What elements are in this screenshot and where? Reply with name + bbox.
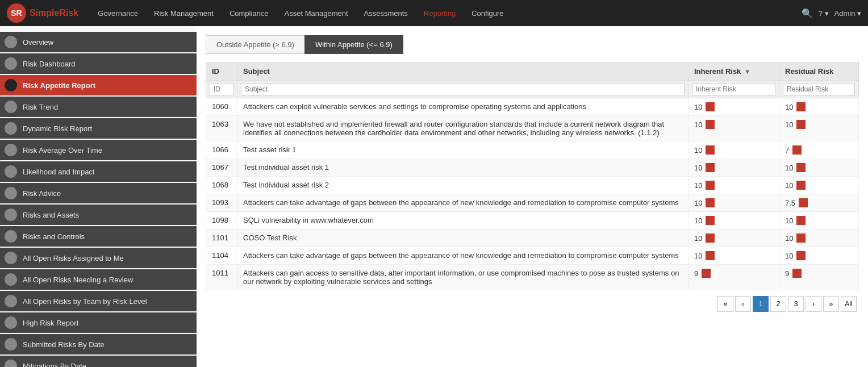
sidebar-bullet <box>5 165 17 178</box>
sidebar-bullet <box>5 122 17 135</box>
inherent-score-indicator <box>706 163 715 172</box>
cell-residual: 10 <box>779 116 859 141</box>
cell-id: 1066 <box>206 141 237 159</box>
nav-item-asset-management[interactable]: Asset Management <box>277 0 356 26</box>
help-icon[interactable]: ? ▾ <box>819 9 829 18</box>
sidebar-item-label: Risk Appetite Report <box>23 81 190 90</box>
sidebar-item-label: Dynamic Risk Report <box>23 124 190 133</box>
pagination-prev[interactable]: ‹ <box>735 296 751 312</box>
nav-right: 🔍 ? ▾ Admin ▾ <box>802 8 861 19</box>
residual-score-indicator <box>796 181 806 190</box>
sidebar-item-label: All Open Risks by Team by Risk Level <box>23 297 190 306</box>
pagination-all[interactable]: All <box>841 296 857 312</box>
nav-item-risk-management[interactable]: Risk Management <box>146 0 222 26</box>
nav-item-configure[interactable]: Configure <box>464 0 511 26</box>
pagination-next[interactable]: › <box>806 296 821 312</box>
sidebar-item-overview[interactable]: Overview <box>0 32 197 52</box>
cell-inherent: 10 <box>688 177 779 194</box>
cell-subject: Test individual asset risk 2 <box>237 177 688 194</box>
sidebar-item-risk-appetite-report[interactable]: Risk Appetite Report <box>0 75 197 95</box>
filter-subject-input[interactable] <box>241 83 685 95</box>
sidebar-item-risk-dashboard[interactable]: Risk Dashboard <box>0 53 197 74</box>
cell-id: 1011 <box>206 265 237 290</box>
residual-score-indicator <box>796 251 806 260</box>
sidebar-item-risks-and-controls[interactable]: Risks and Controls <box>0 226 197 247</box>
cell-inherent: 10 <box>688 98 779 116</box>
cell-subject: Attackers can take advantage of gaps bet… <box>237 247 688 265</box>
cell-id: 1098 <box>206 212 237 230</box>
sidebar-item-label: Risk Trend <box>23 103 190 111</box>
inherent-score-indicator <box>706 216 715 225</box>
sidebar-item-dynamic-risk-report[interactable]: Dynamic Risk Report <box>0 118 197 139</box>
table-row: 1068Test individual asset risk 21010 <box>206 177 859 194</box>
nav-item-assessments[interactable]: Assessments <box>356 0 416 26</box>
sidebar-item-high-risk-report[interactable]: High Risk Report <box>0 312 197 333</box>
nav-item-compliance[interactable]: Compliance <box>222 0 277 26</box>
cell-residual: 10 <box>779 159 859 177</box>
cell-residual: 10 <box>779 177 859 194</box>
cell-subject: Attackers can take advantage of gaps bet… <box>237 194 688 212</box>
sidebar-item-all-open-risks-needing-a-review[interactable]: All Open Risks Needing a Review <box>0 269 197 290</box>
sidebar-item-label: Risks and Assets <box>23 211 190 219</box>
cell-id: 1063 <box>206 116 237 141</box>
cell-residual: 10 <box>779 98 859 116</box>
sidebar-bullet <box>5 57 17 70</box>
user-menu[interactable]: Admin ▾ <box>834 9 861 18</box>
pagination-last[interactable]: » <box>823 296 839 312</box>
pagination-first[interactable]: « <box>717 296 733 312</box>
sidebar-bullet <box>5 187 17 199</box>
nav-item-reporting[interactable]: Reporting <box>416 0 464 26</box>
app-logo[interactable]: SR SimpleRisk <box>7 3 78 23</box>
table-row: 1063We have not established and implemen… <box>206 116 859 141</box>
cell-inherent: 10 <box>688 116 779 141</box>
filter-inherent-input[interactable] <box>692 83 775 95</box>
filter-residual-input[interactable] <box>783 83 855 95</box>
nav-item-governance[interactable]: Governance <box>90 0 146 26</box>
table-row: 1067Test individual asset risk 11010 <box>206 159 859 177</box>
residual-score-indicator <box>796 102 806 111</box>
cell-inherent: 9 <box>688 265 779 290</box>
cell-subject: COSO Test Risk <box>237 230 688 247</box>
inherent-score-indicator <box>706 145 715 155</box>
pagination-page-3[interactable]: 3 <box>788 296 804 312</box>
cell-inherent: 10 <box>688 141 779 159</box>
tab-outside-appetite[interactable]: Outside Appetite (> 6.9) <box>206 35 304 54</box>
table-row: 1098SQLi vulnerability in www.whatever.c… <box>206 212 859 230</box>
sidebar-item-label: All Open Risks Assigned to Me <box>23 254 190 262</box>
pagination-page-2[interactable]: 2 <box>770 296 786 312</box>
sidebar-item-label: Overview <box>23 38 190 47</box>
cell-residual: 7.5 <box>779 194 859 212</box>
sidebar-item-risk-advice[interactable]: Risk Advice <box>0 183 197 203</box>
sidebar-item-mitigations-by-date[interactable]: Mitigations By Date <box>0 356 197 367</box>
table-row: 1066Test asset risk 1107 <box>206 141 859 159</box>
cell-residual: 10 <box>779 230 859 247</box>
search-icon[interactable]: 🔍 <box>802 8 813 19</box>
cell-id: 1093 <box>206 194 237 212</box>
sidebar-bullet <box>5 316 17 329</box>
sidebar-item-risk-trend[interactable]: Risk Trend <box>0 97 197 117</box>
cell-inherent: 10 <box>688 247 779 265</box>
sidebar-item-submitted-risks-by-date[interactable]: Submitted Risks By Date <box>0 334 197 355</box>
pagination-page-1[interactable]: 1 <box>753 296 769 312</box>
cell-subject: We have not established and implemented … <box>237 116 688 141</box>
cell-residual: 9 <box>779 265 859 290</box>
content-area: Outside Appetite (> 6.9)Within Appetite … <box>197 26 868 367</box>
sidebar-bullet <box>5 252 17 264</box>
nav-items: GovernanceRisk ManagementComplianceAsset… <box>90 0 801 26</box>
col-header-inherent[interactable]: Inherent Risk ▼ <box>688 62 779 81</box>
filter-id-input[interactable] <box>210 83 233 95</box>
cell-id: 1104 <box>206 247 237 265</box>
sidebar-item-likelihood-and-impact[interactable]: Likelihood and Impact <box>0 161 197 182</box>
sidebar-item-label: High Risk Report <box>23 319 190 327</box>
cell-inherent: 10 <box>688 159 779 177</box>
sidebar-item-all-open-risks-assigned-to-me[interactable]: All Open Risks Assigned to Me <box>0 248 197 268</box>
sidebar: OverviewRisk DashboardRisk Appetite Repo… <box>0 26 197 367</box>
logo-text: SimpleRisk <box>30 8 78 18</box>
sidebar-item-risk-average-over-time[interactable]: Risk Average Over Time <box>0 140 197 160</box>
table-row: 1093Attackers can take advantage of gaps… <box>206 194 859 212</box>
sidebar-bullet <box>5 144 17 156</box>
tab-within-appetite[interactable]: Within Appetite (<= 6.9) <box>304 35 403 54</box>
sidebar-item-risks-and-assets[interactable]: Risks and Assets <box>0 205 197 225</box>
cell-subject: Attackers can gain access to sensitive d… <box>237 265 688 290</box>
sidebar-item-all-open-risks-by-team[interactable]: All Open Risks by Team by Risk Level <box>0 291 197 311</box>
